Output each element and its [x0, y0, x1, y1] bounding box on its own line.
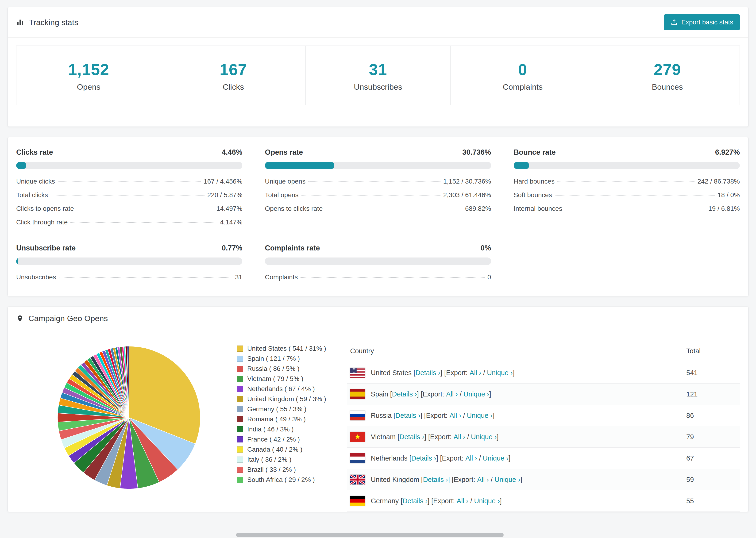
export-unique-link[interactable]: Unique ›: [487, 369, 513, 377]
details-link[interactable]: Details ›: [411, 455, 436, 462]
country-total: 86: [683, 405, 740, 426]
rate-stat-row: Total opens2,303 / 61.446%: [265, 191, 491, 199]
export-unique-link[interactable]: Unique ›: [463, 390, 489, 398]
rate-stat-value: 4.147%: [220, 219, 242, 226]
tracking-stats-title: Tracking stats: [16, 18, 78, 27]
rate-head: Opens rate30.736%: [265, 148, 491, 157]
country-cell: Netherlands [Details ›] [Export: All › /…: [347, 448, 683, 469]
export-unique-link[interactable]: Unique ›: [467, 412, 493, 419]
rate-stat-label: Unique clicks: [16, 178, 55, 185]
legend-item: Brazil ( 33 / 2% ): [237, 464, 326, 475]
legend-swatch: [237, 416, 243, 422]
export-basic-stats-button[interactable]: Export basic stats: [664, 14, 740, 30]
rate-value: 0%: [481, 244, 491, 252]
rate-stat-value: 689.82%: [465, 205, 491, 212]
details-link[interactable]: Details ›: [423, 476, 448, 483]
rate-stat-label: Soft bounces: [514, 191, 552, 199]
flag-icon-nl: [350, 453, 365, 463]
details-link[interactable]: Details ›: [415, 369, 440, 377]
stat-label: Clicks: [161, 82, 305, 91]
stat-value: 0: [451, 60, 595, 79]
horizontal-scrollbar[interactable]: [0, 532, 756, 538]
details-link[interactable]: Details ›: [392, 390, 417, 398]
rate-stat-label: Complaints: [265, 273, 298, 281]
complaints-rate-panel: Complaints rate0%Complaints0: [265, 244, 491, 281]
dotted-leader: [77, 209, 214, 209]
rate-stat-row: Hard bounces242 / 86.738%: [514, 178, 740, 185]
export-unique-link[interactable]: Unique ›: [495, 476, 520, 483]
stat-label: Bounces: [595, 82, 739, 91]
clicks-rate-panel: Clicks rate4.46%Unique clicks167 / 4.456…: [16, 148, 242, 226]
geo-title-text: Campaign Geo Opens: [28, 314, 108, 323]
legend-item: France ( 42 / 2% ): [237, 434, 326, 444]
legend-swatch: [237, 346, 243, 351]
legend-item: United Kingdom ( 59 / 3% ): [237, 394, 326, 404]
rate-stat-label: Total opens: [265, 191, 298, 199]
legend-label: Germany ( 55 / 3% ): [247, 405, 306, 413]
stat-label: Opens: [17, 82, 161, 91]
flag-icon-es: [350, 389, 365, 399]
legend-swatch: [237, 467, 243, 473]
country-cell: Germany [Details ›] [Export: All › / Uni…: [347, 490, 683, 512]
export-all-link[interactable]: All ›: [457, 497, 468, 505]
rate-rows: Unsubscribes31: [16, 273, 242, 281]
geo-table-row: United States [Details ›] [Export: All ›…: [347, 362, 740, 384]
rate-stat-row: Opens to clicks rate689.82%: [265, 205, 491, 212]
details-link[interactable]: Details ›: [395, 412, 420, 419]
dotted-leader: [58, 182, 201, 182]
stat-value: 31: [306, 60, 450, 79]
legend-swatch: [237, 406, 243, 412]
rate-title: Complaints rate: [265, 244, 320, 252]
legend-item: Germany ( 55 / 3% ): [237, 404, 326, 414]
progress-fill: [265, 162, 334, 169]
legend-label: Russia ( 86 / 5% ): [247, 365, 299, 372]
dotted-leader: [71, 222, 217, 223]
progress-fill: [514, 162, 529, 169]
geo-table: Country Total United States [Details ›] …: [347, 340, 740, 512]
rate-title: Opens rate: [265, 148, 303, 157]
legend-swatch: [237, 426, 243, 432]
export-icon: [671, 19, 677, 26]
rate-stat-label: Hard bounces: [514, 178, 555, 185]
legend-swatch: [237, 457, 243, 463]
details-link[interactable]: Details ›: [403, 497, 428, 505]
country-name: United States: [371, 369, 411, 377]
legend-item: Vietnam ( 79 / 5% ): [237, 374, 326, 384]
rates-card: Clicks rate4.46%Unique clicks167 / 4.456…: [8, 137, 748, 296]
rate-stat-value: 0: [487, 273, 491, 281]
bar-chart-icon: [16, 18, 24, 26]
details-link[interactable]: Details ›: [399, 433, 424, 441]
export-unique-link[interactable]: Unique ›: [474, 497, 500, 505]
scrollbar-thumb[interactable]: [236, 533, 504, 537]
geo-table-row: Netherlands [Details ›] [Export: All › /…: [347, 448, 740, 469]
country-name: United Kingdom: [371, 476, 419, 483]
complaints-rate-progress-bar: [265, 257, 491, 265]
export-unique-link[interactable]: Unique ›: [483, 455, 509, 462]
export-all-link[interactable]: All ›: [469, 369, 481, 377]
geo-header: Campaign Geo Opens: [8, 307, 748, 330]
legend-item: South Africa ( 29 / 2% ): [237, 475, 326, 485]
geo-table-wrap: Country Total United States [Details ›] …: [347, 340, 740, 512]
stat-opens: 1,152Opens: [17, 46, 161, 105]
rate-rows: Unique clicks167 / 4.456%Total clicks220…: [16, 178, 242, 226]
country-cell: Russia [Details ›] [Export: All › / Uniq…: [347, 405, 683, 426]
export-all-link[interactable]: All ›: [465, 455, 477, 462]
opens-rate-progress-bar: [265, 162, 491, 169]
export-all-link[interactable]: All ›: [449, 412, 461, 419]
legend-swatch: [237, 436, 243, 443]
export-unique-link[interactable]: Unique ›: [471, 433, 497, 441]
export-all-link[interactable]: All ›: [446, 390, 458, 398]
rate-stat-value: 1,152 / 30.736%: [443, 178, 491, 185]
rate-stat-row: Unsubscribes31: [16, 273, 242, 281]
stat-label: Complaints: [451, 82, 595, 91]
geo-table-row: Spain [Details ›] [Export: All › / Uniqu…: [347, 384, 740, 405]
legend-item: United States ( 541 / 31% ): [237, 344, 326, 353]
rate-stat-row: Unique clicks167 / 4.456%: [16, 178, 242, 185]
export-all-link[interactable]: All ›: [477, 476, 489, 483]
rate-value: 4.46%: [222, 148, 242, 157]
export-all-link[interactable]: All ›: [454, 433, 465, 441]
rate-head: Complaints rate0%: [265, 244, 491, 252]
rate-stat-value: 18 / 0%: [718, 191, 740, 199]
bounce-rate-panel: Bounce rate6.927%Hard bounces242 / 86.73…: [514, 148, 740, 226]
legend-label: South Africa ( 29 / 2% ): [247, 476, 315, 484]
